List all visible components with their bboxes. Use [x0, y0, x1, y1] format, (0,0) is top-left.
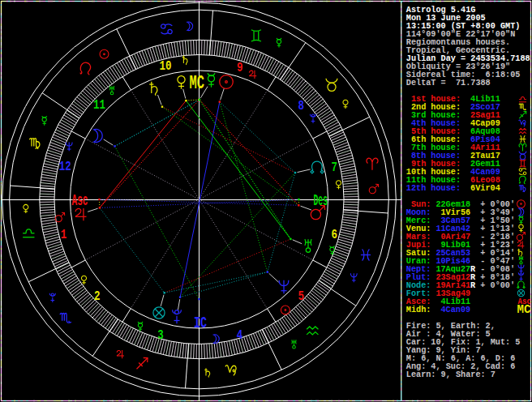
svg-text:1: 1 [61, 227, 67, 242]
svg-text:6: 6 [332, 227, 338, 242]
svg-text:+ 0°00': + 0°00' [480, 281, 515, 290]
svg-text:Learn: 9, Share: 7: Learn: 9, Share: 7 [406, 370, 496, 379]
svg-text:DeltaT = 71.7388: DeltaT = 71.7388 [406, 79, 491, 88]
svg-text:MC: MC [517, 303, 532, 316]
svg-text:4Can09: 4Can09 [435, 306, 470, 314]
svg-text:5: 5 [298, 289, 305, 304]
svg-text:12: 12 [59, 159, 71, 174]
svg-text:8: 8 [298, 98, 304, 113]
svg-text:6Vir04: 6Vir04 [470, 184, 500, 193]
svg-text:2: 2 [94, 289, 101, 304]
svg-text:9: 9 [237, 60, 243, 75]
svg-text:7: 7 [332, 160, 338, 175]
svg-text:Des: Des [314, 191, 328, 210]
svg-text:11: 11 [93, 97, 105, 113]
svg-text:Asc: Asc [72, 191, 88, 210]
svg-text:12th house:: 12th house: [406, 184, 461, 193]
svg-text:10: 10 [159, 58, 171, 74]
svg-text:R: R [470, 281, 476, 290]
svg-text:3: 3 [157, 327, 164, 343]
svg-text:MC: MC [190, 73, 205, 94]
svg-text:Midh:: Midh: [406, 306, 431, 314]
svg-text:4: 4 [237, 327, 243, 343]
svg-text:IC: IC [194, 314, 207, 332]
